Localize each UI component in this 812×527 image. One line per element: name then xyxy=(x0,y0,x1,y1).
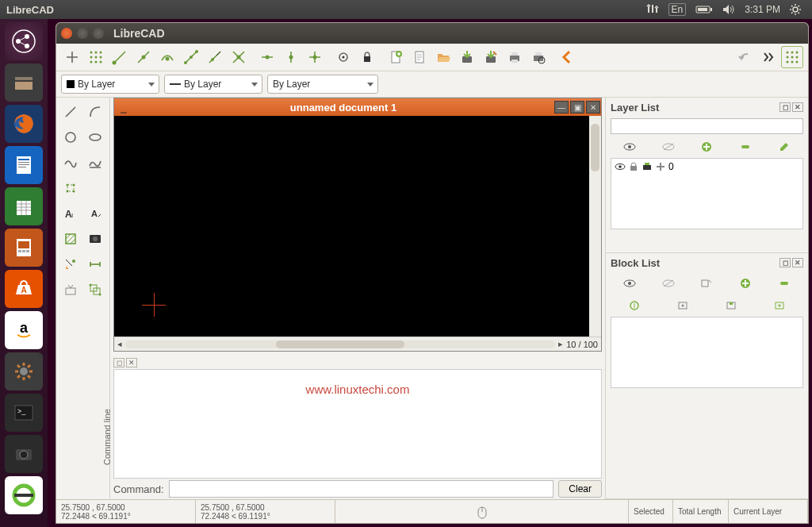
tool-ellipse[interactable] xyxy=(84,126,106,148)
eye-icon[interactable] xyxy=(615,162,626,171)
print[interactable] xyxy=(504,46,526,68)
block-list[interactable] xyxy=(611,317,803,388)
file-new-template[interactable] xyxy=(408,46,431,68)
file-new[interactable] xyxy=(385,46,407,68)
snap-center[interactable] xyxy=(156,46,178,68)
cmd-float-button[interactable]: ◻ xyxy=(113,358,124,367)
canvas-vscroll[interactable] xyxy=(589,116,601,337)
launcher-software[interactable]: A xyxy=(5,270,43,308)
restrict-horizontal[interactable] xyxy=(256,46,278,68)
nav-back[interactable] xyxy=(556,46,578,68)
print-icon[interactable] xyxy=(642,162,653,171)
block-insert-icon[interactable] xyxy=(771,298,788,314)
doc-close-button[interactable]: ✕ xyxy=(586,101,600,113)
tool-line[interactable] xyxy=(59,101,82,123)
document-titlebar[interactable]: ⎯ unnamed document 1 ― ▣ ✕ xyxy=(114,98,601,116)
snap-middle[interactable] xyxy=(180,46,202,68)
window-close-button[interactable] xyxy=(61,28,72,39)
launcher-amazon[interactable]: a xyxy=(5,311,43,349)
tool-select[interactable] xyxy=(59,177,82,199)
color-combo[interactable]: By Layer xyxy=(61,75,159,94)
settings-gear-icon[interactable] xyxy=(790,4,801,15)
layer-close-button[interactable]: ✕ xyxy=(792,102,803,112)
tool-arc[interactable] xyxy=(84,101,106,123)
tool-dimension[interactable] xyxy=(84,253,106,275)
lock-icon[interactable] xyxy=(629,162,638,171)
doc-maximize-button[interactable]: ▣ xyxy=(570,101,584,113)
block-showall-icon[interactable] xyxy=(621,275,638,291)
file-save[interactable] xyxy=(456,46,478,68)
tool-image[interactable] xyxy=(84,228,106,250)
block-attr-icon[interactable] xyxy=(626,298,643,314)
restrict-ortho[interactable] xyxy=(304,46,326,68)
battery-icon[interactable] xyxy=(695,5,713,14)
toolbar-overflow[interactable] xyxy=(757,46,779,68)
snap-endpoint[interactable] xyxy=(109,46,131,68)
cmd-close-button[interactable]: ✕ xyxy=(126,358,137,367)
launcher-settings[interactable] xyxy=(5,352,43,390)
tool-hatch[interactable] xyxy=(59,228,82,250)
launcher-firefox[interactable] xyxy=(5,105,43,143)
tool-polyline[interactable] xyxy=(84,152,106,174)
layer-list[interactable]: 0 xyxy=(611,158,803,229)
layer-showall-icon[interactable] xyxy=(621,139,638,155)
tool-point[interactable] xyxy=(61,46,83,68)
launcher-dash[interactable] xyxy=(5,22,43,60)
layer-float-button[interactable]: ◻ xyxy=(779,102,791,112)
command-input[interactable] xyxy=(169,480,554,498)
snap-on-entity[interactable] xyxy=(132,46,155,68)
window-titlebar[interactable]: LibreCAD xyxy=(56,23,808,44)
launcher-files[interactable] xyxy=(5,63,43,102)
block-hideall-icon[interactable] xyxy=(660,275,677,291)
doc-minimize-button[interactable]: ― xyxy=(554,101,569,113)
tool-mtext[interactable]: AI xyxy=(59,202,82,225)
width-combo[interactable]: By Layer xyxy=(164,75,262,94)
layer-add-icon[interactable] xyxy=(698,139,715,155)
snap-intersection[interactable] xyxy=(228,46,250,68)
lock-relative-zero[interactable] xyxy=(356,46,378,68)
tool-spline[interactable] xyxy=(59,152,82,174)
drawing-canvas[interactable] xyxy=(114,116,601,337)
tool-grid[interactable] xyxy=(85,46,107,68)
launcher-calc[interactable] xyxy=(5,187,43,225)
block-remove-icon[interactable] xyxy=(776,275,793,291)
file-open[interactable] xyxy=(432,46,454,68)
network-icon[interactable] xyxy=(646,4,659,15)
tool-text[interactable]: A xyxy=(84,202,106,225)
launcher-writer[interactable] xyxy=(5,146,43,184)
block-create-icon[interactable] xyxy=(698,275,715,291)
block-edit-icon[interactable] xyxy=(674,298,691,314)
layer-hideall-icon[interactable] xyxy=(660,139,677,155)
print-preview[interactable] xyxy=(527,46,550,68)
launcher-terminal[interactable]: >_ xyxy=(5,394,43,432)
command-log[interactable]: www.linuxtechi.com Command line xyxy=(113,369,602,479)
set-relative-zero[interactable] xyxy=(332,46,354,68)
file-save-as[interactable] xyxy=(480,46,502,68)
tool-block[interactable] xyxy=(84,279,106,301)
layer-edit-icon[interactable] xyxy=(776,139,793,155)
block-close-button[interactable]: ✕ xyxy=(792,258,803,267)
block-save-icon[interactable] xyxy=(722,298,740,314)
tool-circle[interactable] xyxy=(59,126,82,148)
layer-row[interactable]: 0 xyxy=(611,159,802,175)
clock[interactable]: 3:31 PM xyxy=(745,4,780,15)
snap-distance[interactable] xyxy=(204,46,226,68)
layer-remove-icon[interactable] xyxy=(737,139,754,155)
linetype-combo[interactable]: By Layer xyxy=(267,75,378,94)
snap-grid-toggle[interactable] xyxy=(781,46,803,68)
keyboard-lang[interactable]: En xyxy=(668,3,687,16)
restrict-vertical[interactable] xyxy=(280,46,302,68)
clear-button[interactable]: Clear xyxy=(558,480,602,498)
volume-icon[interactable] xyxy=(722,4,735,15)
launcher-impress[interactable] xyxy=(5,229,43,267)
tool-modify[interactable] xyxy=(59,253,82,275)
launcher-librecad[interactable] xyxy=(5,476,43,514)
canvas-hscroll[interactable]: ◂▸ 10 / 100 xyxy=(114,337,601,351)
launcher-screenshot[interactable] xyxy=(5,435,43,473)
block-add-icon[interactable] xyxy=(737,275,754,291)
window-minimize-button[interactable] xyxy=(77,28,88,39)
construction-icon[interactable] xyxy=(656,162,665,171)
layer-filter-input[interactable] xyxy=(611,118,803,134)
block-float-button[interactable]: ◻ xyxy=(779,258,791,267)
tool-info[interactable] xyxy=(59,279,82,301)
